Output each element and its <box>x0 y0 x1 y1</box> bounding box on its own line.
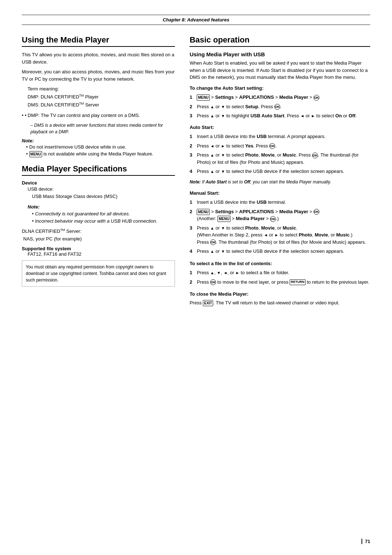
return-icon-ts2: RETURN <box>290 279 306 285</box>
usb-intro: When Auto Start is enabled, you will be … <box>189 60 370 81</box>
ca-step-2: 2 Press ▲ or ▼ to select Setup. Press OK… <box>189 103 370 110</box>
ok-icon-ms2: OK <box>314 209 319 215</box>
note-label-1: Note: <box>22 138 34 143</box>
dlna-label: DLNA CERTIFIEDTM Server: <box>22 228 81 234</box>
ok-icon-as3: OK <box>312 153 318 158</box>
to-close-heading: To close the Media Player: <box>189 291 370 298</box>
media-player-specs-title: Media Player Specifications <box>22 164 175 176</box>
using-media-player-title: Using the Media Player <box>22 35 175 47</box>
term-dmp: DMP: DLNA CERTIFIEDTM Player <box>28 94 99 100</box>
ok-icon-ms2b: OK <box>270 216 276 222</box>
as-step-4: 4 Press ▲ or ▼ to select the USB device … <box>189 168 370 175</box>
to-select-list: 1 Press ▲, ▼, ◄, or ► to select a file o… <box>189 269 370 285</box>
manual-start-heading: Manual Start: <box>189 190 370 197</box>
to-close-text: Press EXIT. The TV will return to the la… <box>189 299 370 307</box>
note-list-1: Do not insert/remove USB device while in… <box>22 143 175 158</box>
manual-start-list: 1 Insert a USB device into the USB termi… <box>189 199 370 255</box>
note-item-2: MENU is not available while using the Me… <box>26 150 175 158</box>
auto-start-heading: Auto Start: <box>189 124 370 131</box>
device-content: USB device: USB Mass Storage Class devic… <box>22 186 175 201</box>
usb-label: USB device: <box>28 186 54 192</box>
as-step-2: 2 Press ◄ or ► to select Yes. Press OK. <box>189 142 370 150</box>
as-step-3: 3 Press ▲ or ▼ to select Photo, Movie, o… <box>189 151 370 166</box>
ms-step-4: 4 Press ▲ or ▼ to select the USB device … <box>189 248 370 255</box>
dmp-note: • • DMP: The TV can control and play con… <box>22 112 175 119</box>
term-dms: DMS: DLNA CERTIFIEDTM Server <box>28 102 99 108</box>
page: Chapter 8: Advanced features Using the M… <box>0 0 392 555</box>
page-number: 71 <box>362 539 370 544</box>
fs-value: FAT12, FAT16 and FAT32 <box>22 251 81 257</box>
menu-icon-ms2: MENU <box>197 209 209 215</box>
exit-icon: EXIT <box>203 300 213 306</box>
ok-icon-1: OK <box>314 95 319 101</box>
menu-icon-1: MENU <box>197 94 209 101</box>
dlna-value: NAS, your PC (for example) <box>22 235 82 243</box>
note-block-1: Note: Do not insert/remove USB device wh… <box>22 138 175 158</box>
note-spec-2: Incorrect behavior may occur with a USB … <box>32 218 175 225</box>
change-auto-heading: To change the Auto Start setting: <box>189 85 370 92</box>
two-column-layout: Using the Media Player This TV allows yo… <box>22 35 370 309</box>
ok-icon-ts2: OK <box>210 279 216 285</box>
page-number-value: 71 <box>362 539 370 544</box>
note-bullets-specs: Connectivity is not guaranteed for all d… <box>28 210 175 224</box>
ts-step-1: 1 Press ▲, ▼, ◄, or ► to select a file o… <box>189 269 370 276</box>
ms-step-3: 3 Press ▲ or ▼ to select Photo, Movie, o… <box>189 224 370 246</box>
auto-start-italic-note: Note: If Auto Start is set to Off, you c… <box>189 179 370 185</box>
ok-icon-ms3: OK <box>210 239 216 245</box>
fs-section: Supported file system FAT12, FAT16 and F… <box>22 246 175 257</box>
chapter-label: Chapter 8: Advanced features <box>163 17 229 23</box>
left-column: Using the Media Player This TV allows yo… <box>22 35 175 287</box>
usb-value: USB Mass Storage Class devices (MSC) <box>28 193 118 200</box>
device-label: Device <box>22 180 37 186</box>
menu-icon-ms2b: MENU <box>217 216 230 222</box>
as-step-1: 1 Insert a USB device into the USB termi… <box>189 133 370 140</box>
term-block: Term meaning: DMP: DLNA CERTIFIEDTM Play… <box>28 85 175 109</box>
chapter-header: Chapter 8: Advanced features <box>22 15 370 25</box>
change-auto-list: 1 MENU > Settings > APPLICATIONS > Media… <box>189 94 370 119</box>
note-label-specs: Note: <box>28 204 175 210</box>
ms-step-2: 2 MENU > Settings > APPLICATIONS > Media… <box>189 208 370 222</box>
note-block-specs: Note: Connectivity is not guaranteed for… <box>28 204 175 224</box>
note-spec-1: Connectivity is not guaranteed for all d… <box>32 210 175 218</box>
note-item-1: Do not insert/remove USB device while in… <box>26 143 175 151</box>
copyright-text: You must obtain any required permission … <box>26 264 166 283</box>
auto-start-list: 1 Insert a USB device into the USB termi… <box>189 133 370 175</box>
ca-step-1: 1 MENU > Settings > APPLICATIONS > Media… <box>189 94 370 101</box>
usb-section-title: Using Media Player with USB <box>189 51 370 57</box>
ok-icon-as2: OK <box>269 143 275 149</box>
ms-step-1: 1 Insert a USB device into the USB termi… <box>189 199 370 206</box>
term-heading: Term meaning: <box>28 86 59 92</box>
dms-note: – DMS is a device with server functions … <box>22 122 175 135</box>
basic-operation-title: Basic operation <box>189 35 370 47</box>
ca-step-3: 3 Press ▲ or ▼ to highlight USB Auto Sta… <box>189 112 370 119</box>
ok-icon-2: OK <box>274 104 280 110</box>
device-section: Device USB device: USB Mass Storage Clas… <box>22 180 175 201</box>
fs-label: Supported file system <box>22 246 71 251</box>
ts-step-2: 2 Press OK to move to the next layer, or… <box>189 279 370 286</box>
intro-para-2: Moreover, you can also access photos, mo… <box>22 68 175 82</box>
to-select-heading: To select a file in the list of contents… <box>189 260 370 267</box>
right-column: Basic operation Using Media Player with … <box>189 35 370 309</box>
dlna-section: DLNA CERTIFIEDTM Server: NAS, your PC (f… <box>22 227 175 243</box>
intro-para-1: This TV allows you to access photos, mov… <box>22 51 175 65</box>
copyright-box: You must obtain any required permission … <box>22 260 175 287</box>
